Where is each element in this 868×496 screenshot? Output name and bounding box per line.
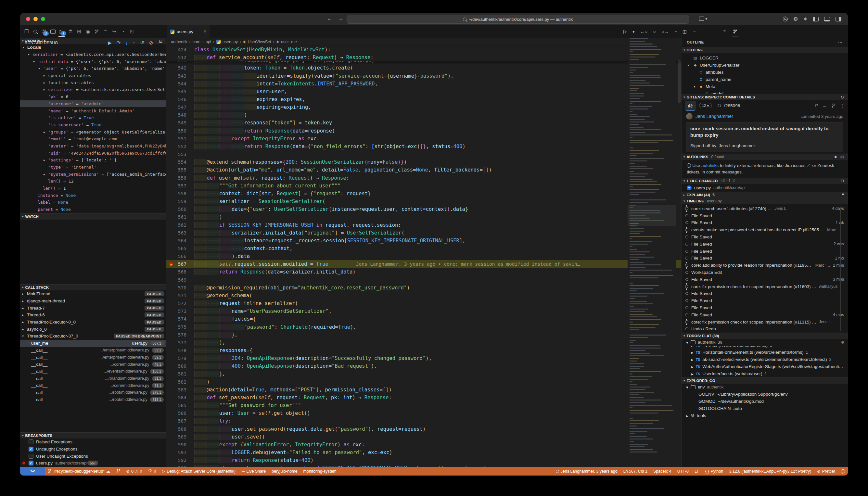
status-problems[interactable]: ⊗0△0 [123,467,145,476]
explain-ai-section-header[interactable]: ▸ EXPLAIN (AI) ⚗ ❝ [682,192,848,198]
code-line[interactable]: 568········return Response(data=serializ… [166,268,682,276]
call-stack-frame[interactable]: __call__.../core/middleware.py48:1 [20,361,166,368]
line-number[interactable]: 566 [166,254,186,259]
timeline-item[interactable]: File Saved [682,290,848,297]
code-line[interactable]: 591············LOGGER.debug(event="Faile… [166,449,682,456]
call-stack-frame[interactable]: __call__.../enterprise/middleware.py39:1 [20,354,166,361]
line-number[interactable]: 541 [166,61,186,63]
line-number[interactable]: 590 [166,442,186,447]
files-changed-section-header[interactable]: ▾ 1 FILE CHANGED +0 ~1 -0 ⊟ [682,178,848,184]
autolinks-section-header[interactable]: ▾ AUTOLINKS 0 found ◆⚙ [682,154,848,160]
activity-testing[interactable]: ⚗ [66,25,75,38]
accounts-icon[interactable] [783,17,788,21]
restart-icon[interactable]: ↺ [140,40,144,46]
variable-row[interactable]: 'avatar' = 'data:image/svg+xml;base64,PH… [20,143,166,150]
variable-row[interactable]: ▾initial_data = {'user': {'pk': 6, 'user… [20,58,166,65]
previous-change-icon[interactable]: ←○ [640,29,648,34]
todos-section-header[interactable]: ▾ TODOS: FLAT (39) [682,332,848,339]
status-git-branch[interactable]: lifecycle/fix-debugger-setup*☁ [45,467,113,476]
timeline-item[interactable]: File Saved2 wks [682,241,848,248]
call-stack-thread[interactable]: ▸ThreadPoolExecutor-0_0PAUSED [20,319,166,326]
variable-row[interactable]: parent = None [20,206,166,213]
line-number[interactable]: 562 [166,222,186,228]
pane-more-actions-icon[interactable]: ⋯ [838,40,843,45]
code-line[interactable]: 583····@action(detail=True, methods=["PO… [166,386,682,394]
activity-play-circle[interactable]: ◔ [119,25,127,38]
minimize-window-button[interactable] [33,17,38,21]
panel-tab-gitlens-inspect[interactable] [733,25,738,38]
code-line[interactable]: 546····················expires=expires, [166,95,682,103]
call-stack-frame[interactable]: __call__.../enterprise/middleware.py39:1 [20,347,166,354]
line-number[interactable]: 553 [166,152,186,157]
more-actions-icon[interactable]: ⋯ [692,29,697,34]
line-number[interactable]: 560 [166,206,186,212]
status-remote-indicator[interactable]: >< [20,467,45,476]
play-circle-icon[interactable]: ◔ [674,29,677,34]
line-number[interactable]: 591 [166,450,186,455]
toggle-panel-icon[interactable] [824,17,830,21]
code-line[interactable]: 561········) [166,213,682,221]
pin-icon[interactable]: ⚐ [814,103,818,108]
timeline-item[interactable]: File Saved [682,297,848,304]
call-stack-frame[interactable]: __call__.../core/middleware.py71:1 [20,382,166,389]
breadcrumb-item[interactable]: users.py [222,40,238,44]
code-line[interactable]: 549················response["token"] = t… [166,119,682,127]
autolinks-add-icon[interactable]: ◆ [834,155,837,159]
code-line[interactable]: 584····def set_password(self, request: R… [166,394,682,402]
close-tab-icon[interactable]: ✕ [203,29,206,34]
activity-remote-explorer[interactable] [48,25,57,38]
outline-section-header[interactable]: ▾ OUTLINE [682,47,848,53]
line-number[interactable]: 554 [166,159,186,165]
call-stack-frame[interactable]: user_meusers.py567:1 [20,340,166,347]
code-line[interactable]: 552················return Response(data=… [166,143,682,150]
changed-file-row[interactable]: ± users.py authentik/core/api [682,184,848,192]
close-window-button[interactable] [26,17,30,21]
code-line[interactable]: 585········"""Set password for user""" [166,402,682,409]
refresh-icon[interactable]: ↻ [840,95,844,100]
jira-issues-link[interactable]: Jira issues [785,163,806,168]
line-number[interactable]: 589 [166,434,186,439]
code-line[interactable]: 556····def user_me(self, request: Reques… [166,174,682,182]
code-line[interactable]: 542················token: Token = Token.… [166,64,682,72]
line-number[interactable]: 568 [166,269,186,275]
line-number[interactable]: 577 [166,340,186,345]
outline-item-parent_name[interactable]: ⊡parent_name [682,76,848,83]
breakpoint-row[interactable]: User Uncaught Exceptions [20,452,166,460]
breakpoint-row[interactable]: ✓users.pyauthentik/core/api567 [20,460,166,467]
code-line[interactable]: 575················"password": CharField… [166,323,682,331]
code-line[interactable]: 551············except IntegrityError as … [166,135,682,143]
step-into-icon[interactable]: ↓ [125,40,128,46]
timeline-item[interactable]: File Saved4 mos [682,311,848,318]
minimap[interactable] [627,38,676,467]
author-name-link[interactable]: Jens Langhammer [696,114,733,119]
call-stack-thread[interactable]: ▸Thread-7PAUSED [20,304,166,311]
line-number[interactable]: 571 [166,293,186,298]
variable-row[interactable]: 'is_superuser' = True [20,122,166,129]
go-env-var[interactable]: GOTOOLCHAIN=auto [682,405,848,412]
code-line[interactable]: 577········), [166,339,682,346]
code-line[interactable]: 563············serializer.initial_data["… [166,229,682,237]
line-number[interactable]: 580 [166,363,186,369]
timeline-item[interactable]: File Saved1 mo [682,255,848,262]
code-line[interactable]: 572········request=inline_serializer( [166,299,682,307]
timeline-item[interactable]: File Saved [682,212,848,219]
variable-row[interactable]: instance = None [20,192,166,199]
editor-scrollbar[interactable] [677,38,682,467]
code-line[interactable]: 557········"""Get information about curr… [166,182,682,190]
line-number[interactable]: 584 [166,395,186,400]
outline-item-usergroupserializer[interactable]: ▾◆UserGroupSerializer [682,61,848,68]
line-number[interactable]: 572 [166,301,186,306]
timeline-item[interactable]: core: fix permission check for scoped im… [682,318,848,325]
code-line[interactable]: 593········if user.pk == request.user.pk… [166,464,682,467]
outline-item-logger[interactable]: ▤LOGGER [682,54,848,61]
graph-icon[interactable] [831,103,836,108]
call-stack-thread[interactable]: ▾ThreadPoolExecutor-37_0PAUSED ON BREAKP… [20,332,166,340]
line-number[interactable]: 592 [166,458,186,463]
line-number[interactable]: 579 [166,356,186,361]
code-line[interactable]: 544····················intent=TokenInten… [166,80,682,88]
line-number[interactable]: 424 [166,47,186,52]
code-line[interactable]: 588············user.set_password(request… [166,425,682,433]
line-number[interactable]: 549 [166,120,186,125]
code-line[interactable]: 566············).data [166,252,682,260]
code-line[interactable]: 541················response["group_pk"] … [166,61,682,64]
